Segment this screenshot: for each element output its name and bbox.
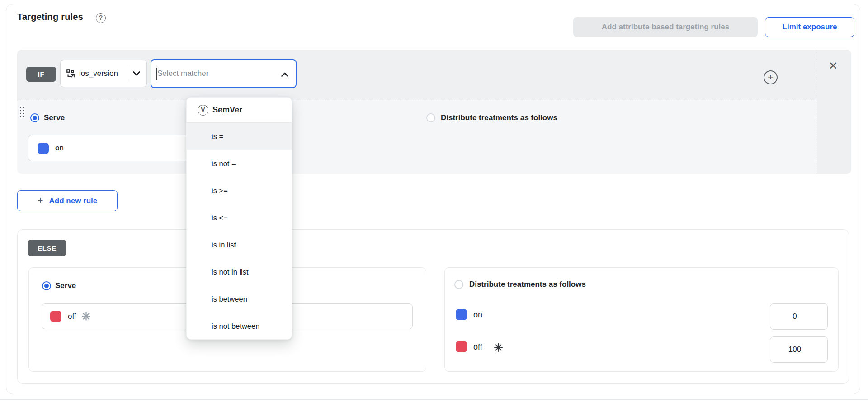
- if-serve-radio[interactable]: [30, 113, 39, 122]
- distribute-off-color-swatch: [456, 341, 467, 352]
- matcher-option[interactable]: is not between: [187, 312, 292, 340]
- limit-exposure-label: Limit exposure: [783, 23, 837, 32]
- default-treatment-asterisk-icon: [81, 312, 91, 321]
- attribute-select[interactable]: ios_version: [60, 60, 147, 87]
- add-condition-icon[interactable]: +: [764, 70, 778, 84]
- if-badge-label: IF: [38, 70, 45, 78]
- treatment-off-color-swatch: [50, 311, 61, 322]
- else-badge: ELSE: [28, 240, 66, 256]
- matcher-option[interactable]: is in list: [187, 231, 292, 258]
- matcher-option[interactable]: is <=: [187, 204, 292, 231]
- limit-exposure-button[interactable]: Limit exposure: [765, 17, 854, 37]
- drag-handle-icon[interactable]: [19, 106, 25, 118]
- add-attribute-rules-button[interactable]: Add attribute based targeting rules: [573, 17, 758, 37]
- add-new-rule-label: Add new rule: [49, 196, 98, 205]
- matcher-option[interactable]: is =: [187, 123, 292, 150]
- version-circle-v-icon: V: [198, 105, 208, 116]
- add-new-rule-button[interactable]: + Add new rule: [17, 190, 118, 211]
- chevron-down-icon: [133, 71, 140, 76]
- matcher-input[interactable]: [157, 69, 261, 78]
- matcher-group-header: V SemVer: [187, 98, 292, 123]
- matcher-group-label: SemVer: [212, 105, 242, 115]
- treatment-on-color-swatch: [38, 143, 49, 154]
- if-treatment-name: on: [55, 144, 64, 153]
- else-distribute-label[interactable]: Distribute treatments as follows: [469, 280, 586, 289]
- else-serve-radio[interactable]: [42, 281, 51, 290]
- distribute-on-color-swatch: [456, 309, 467, 320]
- section-bottom-divider: [0, 399, 868, 400]
- else-treatment-name: off: [68, 312, 76, 321]
- plus-icon: +: [38, 195, 43, 206]
- help-icon[interactable]: ?: [96, 13, 106, 23]
- attribute-divider: [127, 67, 127, 80]
- distribute-off-name: off: [473, 342, 482, 352]
- default-treatment-asterisk-icon: [494, 343, 503, 352]
- if-badge: IF: [26, 67, 56, 82]
- matcher-dropdown: V SemVer is = is not = is >= is <= is in…: [186, 97, 292, 340]
- if-serve-label[interactable]: Serve: [44, 113, 65, 122]
- matcher-option[interactable]: is not in list: [187, 258, 292, 285]
- else-serve-label[interactable]: Serve: [55, 281, 76, 290]
- delete-rule-icon[interactable]: ✕: [829, 61, 838, 71]
- else-distribute-radio[interactable]: [454, 280, 463, 289]
- distribute-on-percentage-input[interactable]: [770, 303, 828, 330]
- distribute-off-percentage-input[interactable]: [770, 336, 828, 363]
- text-caret: [156, 68, 157, 80]
- attribute-value: ios_version: [79, 69, 118, 78]
- distribute-on-name: on: [473, 310, 482, 320]
- add-attribute-rules-label: Add attribute based targeting rules: [602, 23, 729, 32]
- page-title: Targeting rules: [17, 12, 83, 22]
- if-distribute-radio[interactable]: [426, 113, 435, 122]
- targeting-rules-page: Targeting rules ? Add attribute based ta…: [0, 0, 868, 401]
- attribute-type-icon: [66, 69, 76, 79]
- if-distribute-label[interactable]: Distribute treatments as follows: [441, 113, 557, 122]
- chevron-up-icon: [281, 72, 288, 77]
- matcher-select[interactable]: [151, 59, 297, 88]
- matcher-option[interactable]: is between: [187, 285, 292, 312]
- matcher-option[interactable]: is not =: [187, 150, 292, 177]
- matcher-option[interactable]: is >=: [187, 177, 292, 204]
- else-badge-label: ELSE: [38, 244, 57, 252]
